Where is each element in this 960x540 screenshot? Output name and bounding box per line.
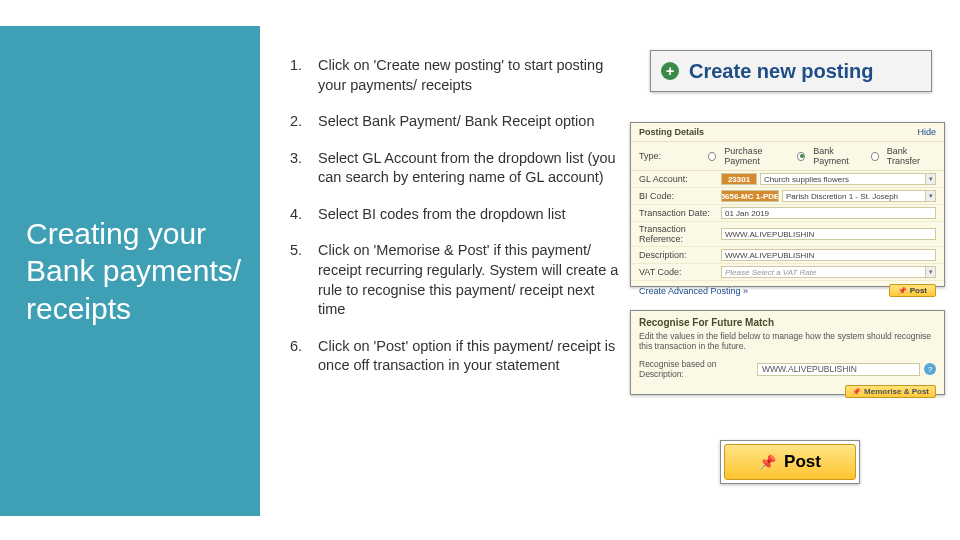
list-item: 3. Select GL Account from the dropdown l… (290, 149, 620, 188)
create-new-posting-button[interactable]: Create new posting (689, 60, 873, 83)
step-text: Click on 'Memorise & Post' if this payme… (318, 241, 620, 319)
bi-code-field[interactable]: Parish Discretion 1 - St. Joseph (782, 190, 926, 202)
recognise-subtext: Edit the values in the field below to ma… (639, 331, 936, 351)
radio-purchase-payment[interactable] (708, 152, 716, 161)
type-option: Purchase Payment (724, 146, 791, 166)
gl-code-badge: 23301 (721, 173, 757, 185)
type-option: Bank Payment (813, 146, 864, 166)
type-label: Type: (639, 151, 702, 161)
radio-bank-transfer[interactable] (871, 152, 879, 161)
list-item: 4. Select BI codes from the dropdown lis… (290, 205, 620, 225)
chevron-down-icon[interactable]: ▾ (926, 190, 936, 202)
page-title: Creating your Bank payments/ receipts (26, 215, 244, 328)
recognise-header: Recognise For Future Match (639, 317, 936, 328)
step-text: Select Bank Payment/ Bank Receipt option (318, 112, 620, 132)
transaction-reference-label: Transaction Reference: (639, 224, 721, 244)
gl-account-label: GL Account: (639, 174, 721, 184)
pin-icon: 📌 (852, 388, 861, 396)
pin-icon: 📌 (759, 454, 776, 470)
list-item: 1. Click on 'Create new posting' to star… (290, 56, 620, 95)
step-text: Select GL Account from the dropdown list… (318, 149, 620, 188)
chevron-down-icon[interactable]: ▾ (926, 173, 936, 185)
posting-details-header: Posting Details (639, 127, 704, 137)
vat-code-label: VAT Code: (639, 267, 721, 277)
step-text: Click on 'Create new posting' to start p… (318, 56, 620, 95)
step-number: 4. (290, 205, 318, 225)
hide-link[interactable]: Hide (917, 127, 936, 137)
post-button[interactable]: 📌 Post (724, 444, 856, 480)
post-button-panel: 📌 Post (720, 440, 860, 484)
step-number: 3. (290, 149, 318, 188)
list-item: 6. Click on 'Post' option if this paymen… (290, 337, 620, 376)
pin-icon: 📌 (898, 287, 907, 295)
description-field[interactable]: WWW.ALIVEPUBLISHIN (721, 249, 936, 261)
gl-account-field[interactable]: Church supplies flowers (760, 173, 926, 185)
bi-code-badge: 5656-MC 1-PDE (721, 190, 779, 202)
step-text: Select BI codes from the dropdown list (318, 205, 620, 225)
help-icon[interactable]: ? (924, 363, 936, 375)
chevron-down-icon[interactable]: ▾ (926, 266, 936, 278)
step-number: 1. (290, 56, 318, 95)
list-item: 2. Select Bank Payment/ Bank Receipt opt… (290, 112, 620, 132)
transaction-reference-field[interactable]: WWW.ALIVEPUBLISHIN (721, 228, 936, 240)
step-number: 5. (290, 241, 318, 319)
vat-code-field[interactable]: Please Select a VAT Rate (721, 266, 926, 278)
create-advanced-posting-link[interactable]: Create Advanced Posting » (639, 286, 748, 296)
create-new-posting-panel: + Create new posting (650, 50, 932, 92)
post-button-small[interactable]: 📌Post (889, 284, 936, 297)
bi-code-label: BI Code: (639, 191, 721, 201)
type-option: Bank Transfer (887, 146, 936, 166)
posting-details-panel: Posting Details Hide Type: Purchase Paym… (630, 122, 945, 287)
post-button-label: Post (784, 452, 821, 472)
recognise-description-label: Recognise based on Description: (639, 359, 753, 379)
list-item: 5. Click on 'Memorise & Post' if this pa… (290, 241, 620, 319)
instruction-list: 1. Click on 'Create new posting' to star… (290, 56, 620, 393)
recognise-description-field[interactable]: WWW.ALIVEPUBLISHIN (757, 363, 920, 376)
step-number: 6. (290, 337, 318, 376)
radio-bank-payment[interactable] (797, 152, 805, 161)
step-text: Click on 'Post' option if this payment/ … (318, 337, 620, 376)
step-number: 2. (290, 112, 318, 132)
plus-icon: + (661, 62, 679, 80)
recognise-future-match-panel: Recognise For Future Match Edit the valu… (630, 310, 945, 395)
memorise-and-post-button[interactable]: 📌Memorise & Post (845, 385, 936, 398)
description-label: Description: (639, 250, 721, 260)
transaction-date-label: Transaction Date: (639, 208, 721, 218)
transaction-date-field[interactable]: 01 Jan 2019 (721, 207, 936, 219)
title-sidebar: Creating your Bank payments/ receipts (0, 26, 260, 516)
